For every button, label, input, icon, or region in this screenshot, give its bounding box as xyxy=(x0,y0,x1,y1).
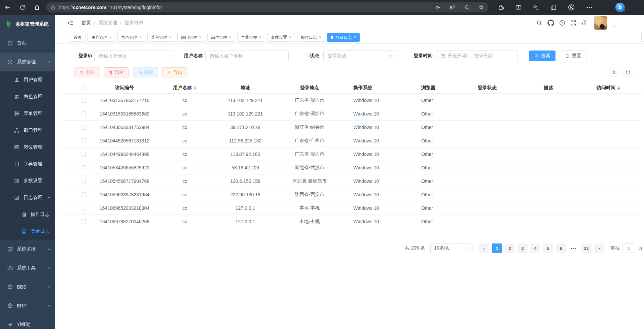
sidebar-item-parameter-settings[interactable]: 参数设置 xyxy=(0,172,55,189)
row-checkbox[interactable] xyxy=(81,138,86,143)
page-button-last[interactable]: 21 xyxy=(581,243,592,253)
sidebar-item-post-management[interactable]: 岗位管理 xyxy=(0,139,55,156)
date-end-placeholder[interactable]: 结束日期 xyxy=(474,53,493,59)
sidebar-item-erp[interactable]: ERP xyxy=(0,296,55,315)
page-button-1[interactable]: 1 xyxy=(492,243,502,253)
split-screen-icon[interactable] xyxy=(515,4,522,10)
row-checkbox[interactable] xyxy=(81,179,86,184)
address-bar[interactable]: https://ccnetcore.com:1101/system/log/lo… xyxy=(46,2,489,12)
select-all-checkbox[interactable] xyxy=(81,86,86,90)
close-icon[interactable]: × xyxy=(169,35,172,40)
sidebar-item-login-log[interactable]: 登录日志 xyxy=(0,223,55,240)
row-checkbox[interactable] xyxy=(81,125,86,130)
table-search-toggle-button[interactable] xyxy=(609,68,618,77)
sidebar-item-role-management[interactable]: 角色管理 xyxy=(0,88,55,105)
sidebar-item-home[interactable]: 首页 xyxy=(0,34,55,53)
close-icon[interactable]: × xyxy=(354,35,356,40)
back-icon[interactable] xyxy=(5,4,11,10)
page-button-3[interactable]: 3 xyxy=(517,243,528,253)
row-checkbox[interactable] xyxy=(81,206,86,210)
home-icon[interactable] xyxy=(34,4,40,10)
tab-menu-management[interactable]: 菜单管理× xyxy=(147,33,175,42)
collections-icon[interactable] xyxy=(550,4,557,10)
login-ip-input[interactable] xyxy=(99,53,170,59)
sidebar-item-system-monitor[interactable]: 系统监控 xyxy=(0,240,55,259)
goto-page-input[interactable] xyxy=(622,243,635,253)
user-avatar[interactable] xyxy=(594,16,607,30)
close-icon[interactable]: × xyxy=(259,35,261,40)
sort-icon[interactable] xyxy=(617,86,620,90)
more-pages-button[interactable]: ••• xyxy=(569,243,579,253)
column-header-visit-time[interactable]: 访问时间 xyxy=(590,85,641,91)
next-page-button[interactable]: › xyxy=(594,243,604,253)
date-start-placeholder[interactable]: 开始日期 xyxy=(448,53,467,59)
avatar-caret-icon[interactable]: ⌄ xyxy=(613,24,616,27)
sidebar-item-operation-log[interactable]: 操作日志 xyxy=(0,206,55,223)
fullscreen-icon[interactable] xyxy=(570,20,576,26)
clear-button[interactable]: 清空 xyxy=(104,67,129,77)
sidebar-item-user-management[interactable]: 用户管理 xyxy=(0,71,55,88)
tab-post-management[interactable]: 岗位管理× xyxy=(207,33,235,42)
status-select[interactable]: 登录状态 xyxy=(323,51,397,61)
delete-button[interactable]: 删除 xyxy=(74,67,100,77)
lock-icon[interactable] xyxy=(51,5,56,10)
extensions-icon[interactable] xyxy=(498,4,504,10)
date-range-picker[interactable]: 开始日期 - 结束日期 xyxy=(436,51,517,61)
tab-dict-management[interactable]: 字典管理× xyxy=(237,33,265,42)
sidebar-item-yi-framework[interactable]: Yi框架 xyxy=(0,315,55,329)
row-checkbox[interactable] xyxy=(81,219,86,224)
tab-overflow-sliver[interactable] xyxy=(641,33,644,42)
bing-caret-icon[interactable]: ⌄ xyxy=(623,8,625,12)
sidebar-item-bbs[interactable]: BBS xyxy=(0,277,55,296)
sidebar-collapse-icon[interactable] xyxy=(67,20,73,26)
sidebar-item-dict-management[interactable]: 字典管理 xyxy=(0,156,55,172)
tab-home[interactable]: 首页 xyxy=(70,33,85,42)
sidebar-item-department-management[interactable]: 部门管理 xyxy=(0,122,55,139)
page-button-6[interactable]: 6 xyxy=(556,243,566,253)
sidebar-item-menu-management[interactable]: 菜单管理 xyxy=(0,105,55,122)
row-checkbox[interactable] xyxy=(81,98,86,103)
row-checkbox[interactable] xyxy=(81,192,86,197)
close-icon[interactable]: × xyxy=(229,35,231,40)
close-icon[interactable]: × xyxy=(289,35,291,40)
close-icon[interactable]: × xyxy=(199,35,202,40)
close-icon[interactable]: × xyxy=(139,35,142,40)
column-header-username[interactable]: 用户名称 xyxy=(151,85,218,91)
page-button-5[interactable]: 5 xyxy=(543,243,553,253)
reset-button[interactable]: 重置 xyxy=(560,51,586,61)
page-button-2[interactable]: 2 xyxy=(505,243,515,253)
search-button[interactable]: 搜索 xyxy=(529,51,556,61)
password-key-icon[interactable] xyxy=(435,5,441,10)
row-checkbox[interactable] xyxy=(81,152,86,157)
breadcrumb-home[interactable]: 首页 xyxy=(81,20,91,26)
search-icon[interactable] xyxy=(536,20,542,26)
page-size-select[interactable]: 10条/页 xyxy=(430,243,472,253)
table-refresh-button[interactable] xyxy=(623,68,633,77)
export-button[interactable]: 导出 xyxy=(162,67,187,77)
page-button-4[interactable]: 4 xyxy=(530,243,540,253)
github-icon[interactable] xyxy=(547,20,554,26)
tab-department-management[interactable]: 部门管理× xyxy=(177,33,205,42)
sort-icon[interactable] xyxy=(194,86,196,90)
username-input[interactable] xyxy=(210,53,284,59)
read-aloud-icon[interactable]: A)) xyxy=(450,5,456,10)
browser-menu-icon[interactable]: ⋯ xyxy=(586,4,592,11)
favorite-add-icon[interactable] xyxy=(478,5,484,10)
tab-role-management[interactable]: 角色管理× xyxy=(117,33,145,42)
zoom-out-icon[interactable] xyxy=(464,5,470,10)
font-size-icon[interactable]: тT xyxy=(581,20,586,26)
sidebar-item-system-tools[interactable]: 系统工具 xyxy=(0,259,55,277)
sidebar-item-system-management[interactable]: 系统管理 xyxy=(0,53,55,71)
tab-operation-log[interactable]: 操作日志× xyxy=(297,33,325,42)
close-icon[interactable]: × xyxy=(109,35,112,40)
refresh-page-icon[interactable] xyxy=(20,5,25,10)
unlock-button[interactable]: 解锁 xyxy=(133,67,158,77)
favorites-bar-icon[interactable] xyxy=(533,4,539,10)
sidebar-item-log-management[interactable]: 日志管理 xyxy=(0,189,55,206)
help-icon[interactable]: ? xyxy=(559,20,565,26)
row-checkbox[interactable] xyxy=(81,165,86,170)
prev-page-button[interactable]: ‹ xyxy=(479,243,489,253)
tab-parameter-settings[interactable]: 参数设置× xyxy=(267,33,295,42)
close-icon[interactable]: × xyxy=(319,35,321,40)
tab-user-management[interactable]: 用户管理× xyxy=(87,33,115,42)
